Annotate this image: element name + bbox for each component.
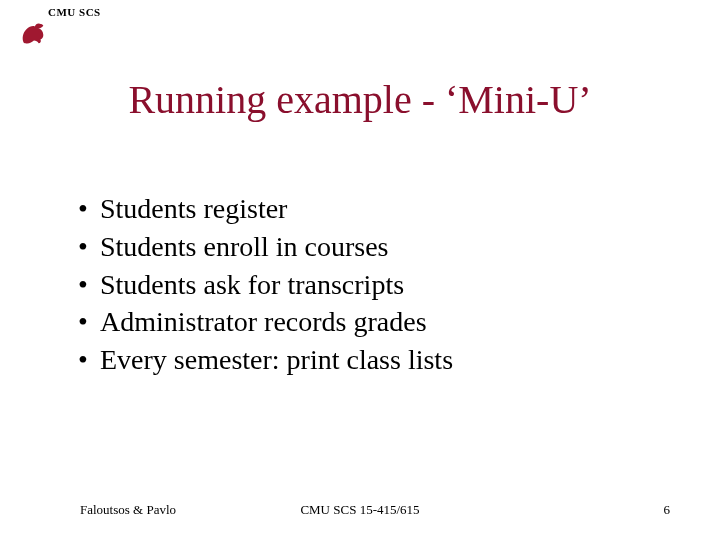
scotty-logo-icon (18, 18, 48, 48)
bullet-icon: • (78, 266, 100, 304)
bullet-icon: • (78, 303, 100, 341)
slide-header: CMU SCS (48, 6, 101, 18)
bullet-text: Students enroll in courses (100, 228, 389, 266)
page-number: 6 (664, 502, 671, 518)
bullet-text: Every semester: print class lists (100, 341, 453, 379)
list-item: • Students enroll in courses (78, 228, 453, 266)
list-item: • Administrator records grades (78, 303, 453, 341)
header-label: CMU SCS (48, 6, 101, 18)
list-item: • Every semester: print class lists (78, 341, 453, 379)
bullet-icon: • (78, 228, 100, 266)
bullet-icon: • (78, 341, 100, 379)
slide-title: Running example - ‘Mini-U’ (0, 76, 720, 123)
list-item: • Students ask for transcripts (78, 266, 453, 304)
bullet-list: • Students register • Students enroll in… (78, 190, 453, 379)
bullet-text: Students register (100, 190, 287, 228)
list-item: • Students register (78, 190, 453, 228)
bullet-text: Administrator records grades (100, 303, 427, 341)
footer-course: CMU SCS 15-415/615 (0, 502, 720, 518)
bullet-icon: • (78, 190, 100, 228)
bullet-text: Students ask for transcripts (100, 266, 404, 304)
